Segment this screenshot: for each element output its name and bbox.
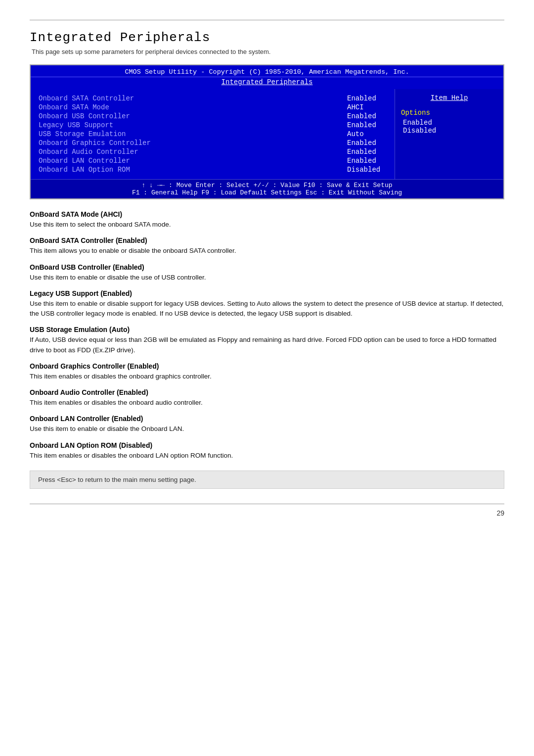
item-help-title: Item Help — [401, 94, 497, 102]
desc-text: If Auto, USB device equal or less than 2… — [30, 335, 504, 355]
bios-row-label: Onboard USB Controller — [39, 112, 130, 120]
desc-text: This item enables or disables the onboar… — [30, 398, 504, 408]
bios-row-label: Onboard LAN Controller — [39, 157, 130, 165]
bios-row-label: Onboard Audio Controller — [39, 148, 138, 156]
bios-row-label: USB Storage Emulation — [39, 130, 126, 138]
desc-section: Onboard Audio Controller (Enabled)This i… — [30, 388, 504, 408]
bios-row: Onboard LAN ControllerEnabled — [39, 156, 387, 165]
bios-row-label: Onboard LAN Option ROM — [39, 166, 130, 174]
bios-footer: ↑ ↓ →← : Move Enter : Select +/-/ : Valu… — [31, 179, 503, 198]
desc-heading: Legacy USB Support (Enabled) — [30, 289, 504, 297]
page-title: Integrated Peripherals — [30, 30, 504, 45]
desc-heading: OnBoard SATA Controller (Enabled) — [30, 236, 504, 244]
desc-section: Onboard Graphics Controller (Enabled)Thi… — [30, 362, 504, 381]
desc-section: Legacy USB Support (Enabled)Use this ite… — [30, 289, 504, 319]
desc-heading: Onboard Graphics Controller (Enabled) — [30, 362, 504, 370]
desc-heading: OnBoard USB Controller (Enabled) — [30, 263, 504, 271]
bios-row: Onboard LAN Option ROMDisabled — [39, 165, 387, 174]
desc-text: This item enables or disables the onboar… — [30, 451, 504, 461]
bios-footer-row1: ↑ ↓ →← : Move Enter : Select +/-/ : Valu… — [39, 182, 495, 189]
bios-row-label: Onboard SATA Mode — [39, 103, 109, 111]
bios-row-value: Enabled — [347, 139, 387, 147]
bios-screen: CMOS Setup Utility - Copyright (C) 1985-… — [30, 64, 504, 199]
bios-header: CMOS Setup Utility - Copyright (C) 1985-… — [31, 65, 503, 77]
desc-section: OnBoard USB Controller (Enabled)Use this… — [30, 263, 504, 283]
bios-row: USB Storage EmulationAuto — [39, 130, 387, 139]
desc-section: Onboard LAN Controller (Enabled)Use this… — [30, 415, 504, 434]
desc-heading: Onboard LAN Controller (Enabled) — [30, 415, 504, 423]
bios-row: Legacy USB SupportEnabled — [39, 121, 387, 130]
desc-section: OnBoard SATA Controller (Enabled)This it… — [30, 236, 504, 256]
descriptions-section: OnBoard SATA Mode (AHCI)Use this item to… — [30, 210, 504, 461]
bios-row: Onboard Audio ControllerEnabled — [39, 147, 387, 156]
bios-item-help-panel: Item Help Options Enabled Disabled — [395, 89, 503, 179]
bios-body: Onboard SATA ControllerEnabledOnboard SA… — [31, 89, 503, 179]
bios-row-value: Disabled — [347, 166, 387, 174]
bios-row-label: Legacy USB Support — [39, 121, 113, 129]
option-enabled: Enabled — [403, 119, 497, 127]
page-subtitle: This page sets up some parameters for pe… — [32, 48, 504, 55]
bottom-rule — [30, 504, 504, 504]
bios-row-value: Enabled — [347, 94, 387, 102]
page-number: 29 — [30, 509, 504, 517]
desc-text: Use this item to select the onboard SATA… — [30, 220, 504, 230]
bios-row: Onboard SATA ControllerEnabled — [39, 94, 387, 103]
bios-row-value: Enabled — [347, 112, 387, 120]
desc-text: Use this item to enable or disable suppo… — [30, 299, 504, 319]
bios-row-value: Enabled — [347, 121, 387, 129]
desc-text: Use this item to enable or disable the O… — [30, 424, 504, 434]
options-title: Options — [401, 109, 497, 117]
desc-text: This item enables or disables the onboar… — [30, 372, 504, 381]
bios-row-value: AHCI — [347, 103, 387, 111]
desc-heading: USB Storage Emulation (Auto) — [30, 326, 504, 333]
bios-main-panel: Onboard SATA ControllerEnabledOnboard SA… — [31, 89, 395, 179]
bios-row: Onboard Graphics ControllerEnabled — [39, 139, 387, 147]
desc-section: OnBoard SATA Mode (AHCI)Use this item to… — [30, 210, 504, 230]
bios-row: Onboard SATA ModeAHCI — [39, 103, 387, 112]
bios-row: Onboard USB ControllerEnabled — [39, 112, 387, 121]
desc-heading: OnBoard SATA Mode (AHCI) — [30, 210, 504, 218]
bios-row-label: Onboard Graphics Controller — [39, 139, 151, 147]
esc-note: Press <Esc> to return to the main menu s… — [30, 471, 504, 489]
bios-footer-row2: F1 : General Help F9 : Load Default Sett… — [39, 189, 495, 196]
bios-row-label: Onboard SATA Controller — [39, 94, 134, 102]
desc-text: Use this item to enable or disable the u… — [30, 273, 504, 283]
desc-text: This item allows you to enable or disabl… — [30, 246, 504, 256]
bios-row-value: Enabled — [347, 148, 387, 156]
bios-row-value: Enabled — [347, 157, 387, 165]
bios-row-value: Auto — [347, 130, 387, 138]
desc-section: Onboard LAN Option ROM (Disabled)This it… — [30, 441, 504, 461]
top-rule — [30, 20, 504, 20]
option-disabled: Disabled — [403, 127, 497, 135]
bios-screen-title: Integrated Peripherals — [31, 77, 503, 89]
desc-section: USB Storage Emulation (Auto)If Auto, USB… — [30, 326, 504, 355]
desc-heading: Onboard Audio Controller (Enabled) — [30, 388, 504, 396]
desc-heading: Onboard LAN Option ROM (Disabled) — [30, 441, 504, 449]
